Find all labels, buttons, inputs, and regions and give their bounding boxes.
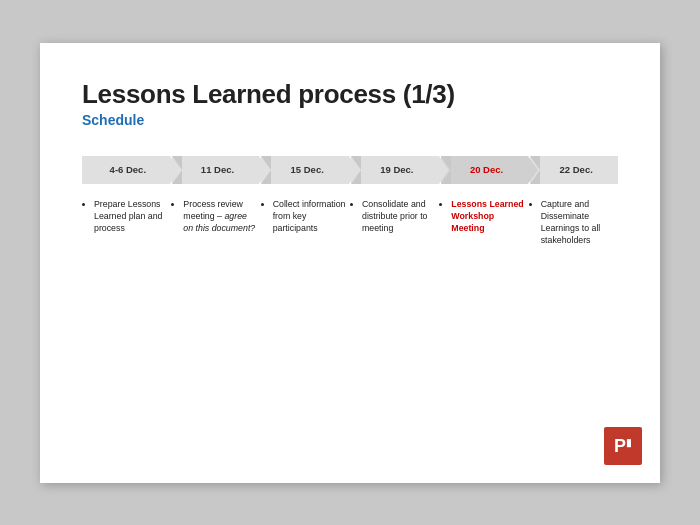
content-cell-3: Consolidate and distribute prior to meet…: [350, 198, 439, 237]
content-cell-5: Capture and Disseminate Learnings to all…: [529, 198, 618, 249]
content-item: Prepare Lessons Learned plan and process: [94, 198, 167, 235]
content-item: Process review meeting – agree on this d…: [183, 198, 256, 235]
red-content-item: Lessons Learned Workshop Meeting: [451, 198, 524, 235]
timeline-arrow-5: 22 Dec.: [530, 156, 618, 184]
content-item: Capture and Disseminate Learnings to all…: [541, 198, 614, 247]
content-item: Collect information from key participant…: [273, 198, 346, 235]
red-text: Lessons Learned Workshop Meeting: [451, 199, 523, 234]
slide-subtitle: Schedule: [82, 112, 618, 128]
italic-text: agree on this document?: [183, 211, 255, 233]
timeline-arrow-4: 20 Dec.: [441, 156, 529, 184]
timeline-arrow-2: 15 Dec.: [261, 156, 349, 184]
powerpoint-icon: P▮: [604, 427, 642, 465]
content-cell-4: Lessons Learned Workshop Meeting: [439, 198, 528, 237]
timeline: 4-6 Dec.11 Dec.15 Dec.19 Dec.20 Dec.22 D…: [82, 156, 618, 453]
content-cell-1: Process review meeting – agree on this d…: [171, 198, 260, 237]
slide-title: Lessons Learned process (1/3): [82, 79, 618, 110]
slide: Lessons Learned process (1/3) Schedule 4…: [40, 43, 660, 483]
ppt-icon-letter: P▮: [614, 437, 632, 455]
arrows-row: 4-6 Dec.11 Dec.15 Dec.19 Dec.20 Dec.22 D…: [82, 156, 618, 184]
timeline-arrow-1: 11 Dec.: [172, 156, 260, 184]
timeline-arrow-3: 19 Dec.: [351, 156, 439, 184]
content-cell-2: Collect information from key participant…: [261, 198, 350, 237]
content-item: Consolidate and distribute prior to meet…: [362, 198, 435, 235]
content-cell-0: Prepare Lessons Learned plan and process: [82, 198, 171, 237]
timeline-arrow-0: 4-6 Dec.: [82, 156, 170, 184]
content-row: Prepare Lessons Learned plan and process…: [82, 198, 618, 249]
